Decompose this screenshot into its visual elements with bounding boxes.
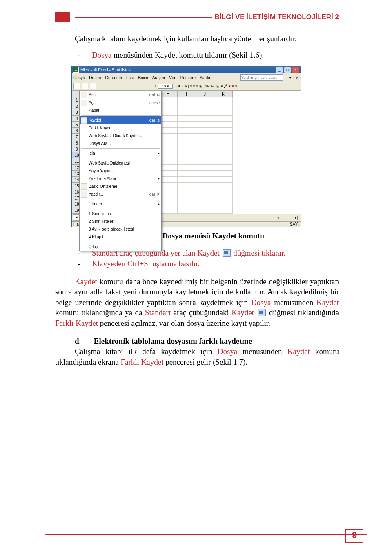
window-title-bar: X Microsoft Excel - Sınıf listesi _ □ × <box>72 66 301 73</box>
t: Farklı Kaydet <box>55 319 98 327</box>
txt: Kaydet <box>197 249 220 257</box>
help-search[interactable] <box>240 74 283 81</box>
intro-paragraph: Çalışma kitabını kaydetmek için kullanıl… <box>55 33 339 44</box>
menu-item[interactable]: KaydetCtrl+S <box>80 116 161 124</box>
save-disk-icon <box>223 249 231 257</box>
menu-item[interactable]: Baskı Önizleme <box>80 182 161 190</box>
minimize-button[interactable]: _ <box>276 67 283 73</box>
t: Kaydet <box>75 277 97 286</box>
menu-item[interactable]: 2 Sınıf listeleri <box>80 218 161 225</box>
menu-item[interactable]: Yeni...Ctrl+N <box>80 91 161 99</box>
excel-window: X Microsoft Excel - Sınıf listesi _ □ × … <box>71 66 301 227</box>
txt: düğmesi tıklanır. <box>233 249 285 257</box>
menu-item[interactable]: Sayfa Yapısı... <box>80 167 161 175</box>
t: düğmesi tıklandığında <box>267 308 339 317</box>
page-number: 9 <box>345 529 363 543</box>
menu-item[interactable]: 3 Aylık borç alacak listesi <box>80 225 161 233</box>
window-title: Microsoft Excel - Sınıf listesi <box>80 68 131 72</box>
t: Farklı Kaydet <box>120 358 163 366</box>
menu-item[interactable]: Yazdır...Ctrl+P <box>80 190 161 198</box>
menu-bar: Dosya Düzen Görünüm Ekle Biçim Araçlar V… <box>72 73 301 82</box>
footer-rule <box>45 534 368 535</box>
section-d-heading: d. Elektronik tablolama dosyasını farklı… <box>55 336 339 347</box>
section-letter: d. <box>75 336 92 347</box>
t: menüsünden <box>271 298 316 307</box>
font-size-box[interactable]: 10 ▾ <box>158 84 173 89</box>
txt: Ctrl+S <box>127 259 148 268</box>
menu-duzen[interactable]: Düzen <box>89 76 101 80</box>
status-right: SAYI <box>290 222 299 227</box>
t: penceresi açılmaz, var olan dosya üzerin… <box>98 319 270 327</box>
t: penceresi gelir (Şekil 1.7). <box>163 358 247 366</box>
t: Dosya <box>251 298 271 307</box>
t: araç çubuğundaki <box>171 308 232 317</box>
page-header: BİLGİ VE İLETİŞİM TEKNOLOJİLERİ 2 <box>55 12 339 22</box>
page-number-container: 9 <box>345 529 363 543</box>
header-rule <box>75 17 212 18</box>
t: komutu tıklandığında ya da <box>55 308 145 317</box>
t: Kaydet <box>232 308 254 317</box>
header-accent-block <box>55 12 70 22</box>
menu-item[interactable]: 4 Kitap1 <box>80 233 161 241</box>
header-title: BİLGİ VE İLETİŞİM TEKNOLOJİLERİ 2 <box>215 13 339 21</box>
menu-pencere[interactable]: Pencere <box>180 76 196 80</box>
menu-dosya[interactable]: Dosya <box>74 76 85 80</box>
menu-item[interactable]: Farklı Kaydet... <box>80 124 161 132</box>
figure-1-6: X Microsoft Excel - Sınıf listesi _ □ × … <box>71 66 339 227</box>
tab-first[interactable]: |◂ <box>73 214 79 221</box>
dosya-dropdown: Yeni...Ctrl+NAç...Ctrl+OKapatKaydetCtrl+… <box>79 91 162 251</box>
menu-item[interactable]: İzin▸ <box>80 149 161 157</box>
section-title: Elektronik tablolama dosyasını farklı ka… <box>94 337 252 345</box>
menu-ekle[interactable]: Ekle <box>126 76 134 80</box>
t: Dosya <box>218 347 238 356</box>
maximize-button[interactable]: □ <box>284 67 291 73</box>
menu-item[interactable]: 1 Sınıf listesi <box>80 210 161 218</box>
menu-bicim[interactable]: Biçim <box>138 76 148 80</box>
t: menüsünden <box>237 347 287 356</box>
menu-item[interactable]: Aç...Ctrl+O <box>80 99 161 107</box>
t: Kaydet <box>316 298 339 307</box>
help-input[interactable] <box>240 74 283 81</box>
menu-veri[interactable]: Veri <box>169 76 176 80</box>
menu-item[interactable]: Kapat <box>80 107 161 114</box>
standard-toolbar: r 10 ▾ | K T A | ≡ ≡ ≡ ⊞ | % ‰ | ⊞ ▾ 🖉 ▾… <box>72 82 301 91</box>
save-disk-icon <box>258 309 266 316</box>
menu-araclar[interactable]: Araçlar <box>152 76 165 80</box>
t: Kaydet <box>287 347 310 356</box>
menu-gorunum[interactable]: Görünüm <box>105 76 122 80</box>
open-icon[interactable] <box>82 83 88 89</box>
menu-item[interactable]: Dosya Ara... <box>80 140 161 147</box>
menu-yardim[interactable]: Yardım <box>200 76 213 80</box>
workspace: DEFGHIJK1SoyadıCinsiyeti2GüzelKız3DemirK… <box>72 91 301 221</box>
save-icon[interactable] <box>90 83 96 89</box>
menu-item[interactable]: Web Sayfası Olarak Kaydet... <box>80 132 161 140</box>
excel-icon: X <box>73 67 79 73</box>
menu-name: Dosya <box>92 51 112 59</box>
paragraph-kaydet-explanation: Kaydet komutu daha önce kaydedilmiş bir … <box>55 276 339 329</box>
dash: - <box>78 258 80 269</box>
menu-item[interactable]: Web Sayfa Önizlemesi <box>80 159 161 167</box>
menu-item[interactable]: Yazdırma Alanı▸ <box>80 175 161 182</box>
dash: - <box>78 50 80 60</box>
menu-item[interactable]: Gönder▸ <box>80 200 161 208</box>
txt: Klavyeden <box>92 259 127 268</box>
bullet1-rest: menüsünden Kaydet komutu tıklanır (Şekil… <box>112 51 264 59</box>
new-icon[interactable] <box>74 83 80 89</box>
t: Çalışma kitabı ilk defa kaydetmek için <box>75 347 218 356</box>
t: Standart <box>145 308 171 317</box>
bullet-item-3: - Klavyeden Ctrl+S tuşlarına basılır. <box>55 258 339 269</box>
txt: tuşlarına basılır. <box>148 259 200 268</box>
paragraph-farkli-kaydet: Çalışma kitabı ilk defa kaydetmek için D… <box>55 346 339 367</box>
bullet-item-1: - Dosya menüsünden Kaydet komutu tıklanı… <box>55 50 339 60</box>
close-button[interactable]: × <box>292 67 299 73</box>
menu-item[interactable]: Çıkış <box>80 243 161 251</box>
